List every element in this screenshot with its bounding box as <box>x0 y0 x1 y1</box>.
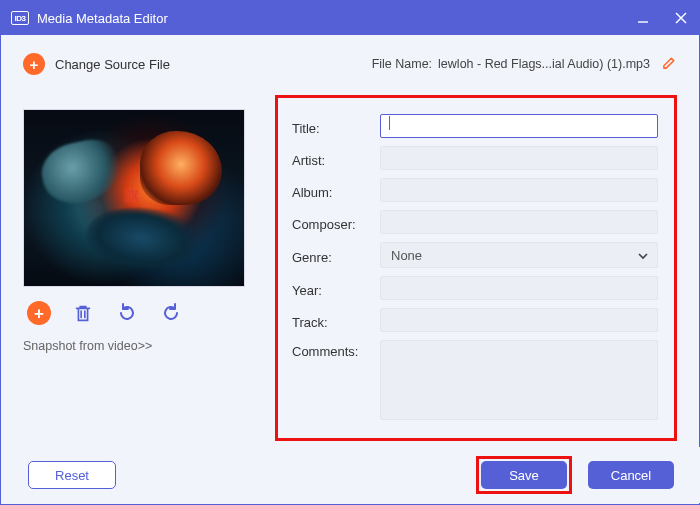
artist-label: Artist: <box>292 149 380 168</box>
artwork-toolbar: + <box>23 299 263 331</box>
title-label: Title: <box>292 117 380 136</box>
title-input[interactable] <box>380 114 658 138</box>
delete-artwork-button[interactable] <box>71 301 95 325</box>
close-button[interactable] <box>673 10 689 26</box>
top-row: + Change Source File File Name: lewloh -… <box>23 49 677 79</box>
composer-input[interactable] <box>380 210 658 234</box>
plus-icon: + <box>23 53 45 75</box>
save-button[interactable]: Save <box>481 461 567 489</box>
track-input[interactable] <box>380 308 658 332</box>
file-name-label: File Name: <box>372 57 432 71</box>
edit-filename-button[interactable] <box>662 55 677 73</box>
rotate-cw-button[interactable] <box>159 301 183 325</box>
album-input[interactable] <box>380 178 658 202</box>
file-name-value: lewloh - Red Flags...ial Audio) (1).mp3 <box>438 57 650 71</box>
change-source-button[interactable]: + Change Source File <box>23 53 170 75</box>
reset-button[interactable]: Reset <box>28 461 116 489</box>
cover-art[interactable]: 旗 <box>23 109 245 287</box>
file-name-info: File Name: lewloh - Red Flags...ial Audi… <box>372 55 677 73</box>
metadata-form: Title: Artist: Album: Composer: <box>275 95 677 441</box>
app-icon: ID3 <box>11 11 29 25</box>
album-label: Album: <box>292 181 380 200</box>
window-title: Media Metadata Editor <box>37 11 635 26</box>
footer-bar: Reset Save Cancel <box>2 447 700 503</box>
year-input[interactable] <box>380 276 658 300</box>
save-highlight: Save <box>476 456 572 494</box>
track-label: Track: <box>292 311 380 330</box>
add-artwork-button[interactable]: + <box>27 301 51 325</box>
snapshot-from-video-link[interactable]: Snapshot from video>> <box>23 339 152 353</box>
artwork-pane: 旗 + Snapshot from video>> <box>23 93 263 441</box>
cancel-button[interactable]: Cancel <box>588 461 674 489</box>
genre-select[interactable]: None <box>380 242 658 268</box>
year-label: Year: <box>292 279 380 298</box>
chevron-down-icon <box>637 250 649 265</box>
comments-label: Comments: <box>292 340 380 359</box>
genre-selected-value: None <box>391 248 422 263</box>
comments-textarea[interactable] <box>380 340 658 420</box>
composer-label: Composer: <box>292 213 380 232</box>
artist-input[interactable] <box>380 146 658 170</box>
rotate-ccw-button[interactable] <box>115 301 139 325</box>
minimize-button[interactable] <box>635 10 651 26</box>
change-source-label: Change Source File <box>55 57 170 72</box>
app-window: ID3 Media Metadata Editor + Change Sourc… <box>0 0 700 505</box>
genre-label: Genre: <box>292 246 380 265</box>
plus-icon: + <box>27 301 51 325</box>
titlebar: ID3 Media Metadata Editor <box>1 1 699 35</box>
